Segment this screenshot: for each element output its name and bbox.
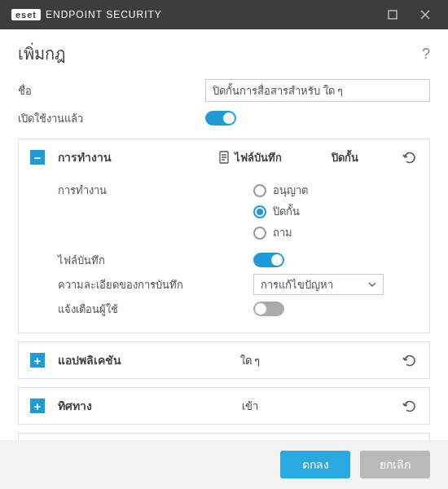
panel-direction: + ทิศทาง เข้า — [18, 387, 430, 425]
notify-label: แจ้งเตือนผู้ใช้ — [58, 301, 253, 318]
panel-application-header[interactable]: + แอปพลิเคชัน ใด ๆ — [19, 342, 429, 378]
undo-button[interactable] — [393, 151, 418, 164]
radio-block[interactable]: ปิดกั้น — [253, 203, 418, 220]
titlebar: eset ENDPOINT SECURITY — [0, 0, 448, 29]
panel-application: + แอปพลิเคชัน ใด ๆ — [18, 341, 430, 379]
panel-operation-title: การทำงาน — [58, 148, 204, 166]
col-block-header: ปิดกั้น — [296, 149, 393, 166]
maximize-button[interactable] — [376, 0, 409, 29]
radio-ask[interactable]: ถาม — [253, 224, 418, 241]
close-button[interactable] — [409, 0, 441, 29]
col-log-header: ไฟล์บันทึก — [204, 149, 296, 166]
loglevel-label: ความละเอียดของการบันทึก — [58, 276, 253, 293]
radio-allow[interactable]: อนุญาต — [253, 182, 418, 199]
cancel-button[interactable]: ยกเลิก — [360, 451, 430, 478]
help-button[interactable]: ? — [422, 46, 430, 63]
page-title: เพิ่มกฎ — [18, 41, 65, 67]
panel-direction-value: เข้า — [204, 398, 296, 415]
panel-ip-protocol-header[interactable]: + IP protocol TCP & UDP — [19, 434, 429, 440]
brand-text: ENDPOINT SECURITY — [46, 9, 162, 20]
brand: eset ENDPOINT SECURITY — [11, 9, 162, 20]
log-icon — [218, 151, 230, 164]
enabled-label: เปิดใช้งานแล้ว — [18, 110, 205, 127]
loglevel-select[interactable]: การแก้ไขปัญหา — [253, 274, 384, 295]
ok-button[interactable]: ตกลง — [280, 451, 350, 478]
undo-button[interactable] — [393, 399, 418, 412]
action-label: การทำงาน — [58, 182, 253, 199]
enabled-toggle[interactable] — [205, 111, 236, 126]
panels-container: − การทำงาน ไฟล์บันทึก ปิดกั้น การทำงาน อ… — [0, 139, 448, 440]
name-input[interactable] — [205, 79, 430, 102]
expand-icon: + — [30, 353, 45, 368]
expand-icon: + — [30, 399, 45, 413]
form-top: ชื่อ เปิดใช้งานแล้ว — [0, 75, 448, 132]
panel-application-title: แอปพลิเคชัน — [58, 351, 204, 369]
undo-button[interactable] — [393, 354, 418, 367]
log-label: ไฟล์บันทึก — [58, 252, 253, 269]
panel-ip-protocol: + IP protocol TCP & UDP — [18, 433, 430, 440]
brand-box: eset — [11, 9, 41, 20]
log-toggle[interactable] — [253, 253, 284, 267]
panel-direction-header[interactable]: + ทิศทาง เข้า — [19, 388, 429, 424]
header: เพิ่มกฎ ? — [0, 29, 448, 75]
action-radio-group: อนุญาต ปิดกั้น ถาม — [253, 182, 418, 241]
chevron-down-icon — [368, 282, 376, 287]
svg-rect-0 — [389, 11, 397, 19]
footer: ตกลง ยกเลิก — [0, 440, 448, 489]
name-label: ชื่อ — [18, 82, 205, 99]
panel-operation: − การทำงาน ไฟล์บันทึก ปิดกั้น การทำงาน อ… — [18, 139, 430, 333]
notify-toggle[interactable] — [253, 302, 284, 316]
panel-application-value: ใด ๆ — [204, 352, 296, 369]
panel-direction-title: ทิศทาง — [58, 397, 204, 415]
panel-operation-header[interactable]: − การทำงาน ไฟล์บันทึก ปิดกั้น — [19, 139, 429, 175]
collapse-icon: − — [30, 150, 45, 165]
